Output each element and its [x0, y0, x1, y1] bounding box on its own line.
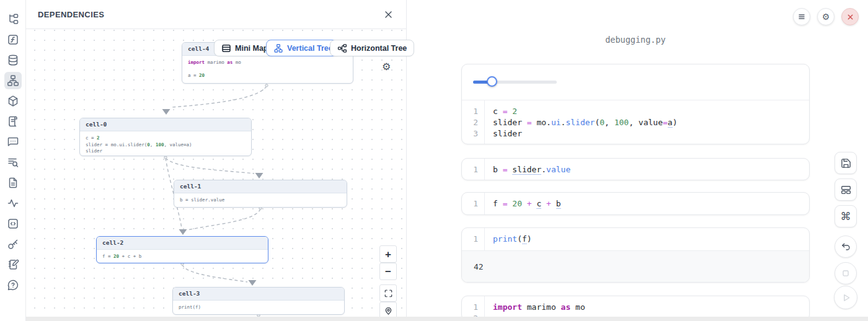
close-panel-button[interactable] [382, 8, 394, 20]
sidebar-item-function-square[interactable] [4, 31, 22, 48]
sidebar-item-file-tree[interactable] [4, 11, 22, 28]
help-circle-icon [7, 279, 19, 291]
notebook-cell-print-cell: 1print(f)42 [461, 227, 810, 283]
graph-node-code: print(f) [173, 301, 344, 315]
horizontal-scrollbar[interactable] [26, 317, 868, 321]
line-number: 1 [462, 234, 484, 245]
sidebar-item-documentation[interactable] [4, 113, 22, 130]
graph-node-cell-1[interactable]: cell-1b = slider.value [174, 180, 347, 208]
cell-output: 42 [462, 250, 809, 283]
undo-icon [840, 241, 851, 252]
horizontal-tree-label: Horizontal Tree [351, 44, 407, 53]
save-icon [840, 157, 852, 169]
layout-icon [840, 184, 852, 196]
save-button[interactable] [835, 152, 857, 174]
notebook-cell-slider-cell: 1c = 22slider = mo.ui.slider(0, 100, val… [461, 64, 810, 144]
close-icon [846, 13, 854, 21]
slider-output [462, 64, 809, 100]
sidebar-item-secrets[interactable] [4, 235, 22, 253]
square-code-icon [7, 218, 19, 230]
close-icon [384, 10, 393, 19]
graph-node-code: b = slider.value [174, 193, 347, 208]
graph-node-code: f = 20 + c + b [97, 250, 268, 263]
graph-settings-gear-icon[interactable]: ⚙ [382, 62, 391, 72]
vertical-tree-icon [273, 43, 283, 53]
sidebar-item-chat[interactable] [4, 133, 22, 151]
run-button[interactable] [834, 286, 857, 309]
fullscreen-icon [384, 289, 393, 298]
zoom-in-button[interactable]: + [379, 245, 397, 263]
notebook-filename[interactable]: debugging.py [461, 35, 810, 45]
notebook-cell-b-cell: 1b = slider.value [461, 158, 810, 180]
sidebar-item-logs-search[interactable] [4, 154, 22, 171]
sidebar-item-data-sources[interactable] [4, 51, 22, 69]
line-number: 2 [462, 117, 484, 128]
vertical-tree-label: Vertical Tree [287, 44, 333, 53]
stop-icon [840, 268, 851, 279]
layout-toggle-button[interactable] [835, 178, 857, 201]
notebook-pen-icon [7, 258, 19, 271]
scroll-icon [7, 115, 19, 128]
mini-map-label: Mini Map [235, 44, 268, 53]
key-icon [7, 238, 19, 250]
horizontal-tree-button[interactable]: Horizontal Tree [330, 40, 414, 56]
panel-title: DEPENDENCIES [38, 10, 104, 19]
code-editor[interactable]: 1f = 20 + c + b [462, 193, 809, 215]
horizontal-tree-icon [337, 43, 347, 53]
notebook-cell-f-cell: 1f = 20 + c + b [461, 192, 810, 215]
graph-node-title: cell-3 [173, 288, 344, 301]
map-pin-icon [384, 306, 393, 315]
play-icon [840, 292, 852, 304]
database-icon [7, 54, 19, 66]
text-search-icon [7, 156, 19, 169]
command-icon: ⌘ [841, 211, 851, 222]
dependencies-panel: cell-4import marimo as mo a = 20cell-0c … [26, 0, 407, 321]
sidebar-item-packages[interactable] [4, 92, 22, 110]
graph-node-cell-3[interactable]: cell-3print(f) [172, 287, 345, 315]
command-palette-button[interactable]: ⌘ [835, 205, 857, 227]
sidebar-item-tracing[interactable] [4, 195, 22, 212]
graph-node-cell-0[interactable]: cell-0c = 2slider = mo.ui.slider(0, 100,… [79, 118, 252, 156]
line-number: 1 [462, 198, 484, 209]
graph-node-title: cell-0 [80, 118, 251, 131]
helper-sidebar [0, 0, 26, 321]
fit-view-button[interactable] [379, 284, 397, 302]
notebook-settings-button[interactable]: ⚙ [817, 8, 835, 25]
function-square-icon [7, 33, 19, 46]
sidebar-item-file[interactable] [4, 174, 22, 191]
panel-header: DEPENDENCIES [26, 0, 406, 29]
line-number: 3 [462, 128, 484, 139]
chat-icon [7, 136, 19, 148]
sidebar-item-snippets[interactable] [4, 215, 22, 232]
gear-icon: ⚙ [822, 12, 830, 22]
menu-icon [797, 12, 806, 21]
graph-node-code: c = 2slider = mo.ui.slider(0, 100, value… [80, 131, 251, 156]
file-text-icon [7, 177, 19, 189]
stop-button[interactable] [835, 262, 857, 284]
notebook-menu-button[interactable] [793, 8, 810, 25]
slider-thumb[interactable] [487, 76, 497, 87]
line-number: 1 [462, 164, 484, 175]
package-icon [7, 95, 19, 107]
zoom-out-button[interactable]: − [379, 263, 397, 280]
sidebar-item-help[interactable] [4, 276, 22, 294]
sidebar-item-dependency-graph[interactable] [4, 72, 22, 89]
code-editor[interactable]: 1c = 22slider = mo.ui.slider(0, 100, val… [462, 100, 809, 144]
vertical-tree-button[interactable]: Vertical Tree [266, 40, 340, 56]
graph-node-title: cell-1 [174, 180, 347, 193]
graph-node-cell-2[interactable]: cell-2f = 20 + c + b [96, 236, 268, 263]
shutdown-button[interactable] [841, 8, 859, 25]
line-number: 1 [462, 106, 484, 117]
line-number: 1 [462, 302, 484, 313]
mini-map-icon [221, 43, 231, 53]
undo-button[interactable] [835, 235, 857, 258]
sidebar-item-scratchpad[interactable] [4, 256, 22, 273]
file-tree-icon [7, 13, 19, 25]
graph-node-code: import marimo as mo a = 20 [182, 56, 353, 83]
code-editor[interactable]: 1b = slider.value [462, 159, 809, 180]
activity-icon [7, 197, 19, 209]
graph-node-title: cell-2 [97, 237, 268, 250]
dependency-graph-icon [7, 74, 19, 87]
code-editor[interactable]: 1print(f) [462, 228, 809, 250]
